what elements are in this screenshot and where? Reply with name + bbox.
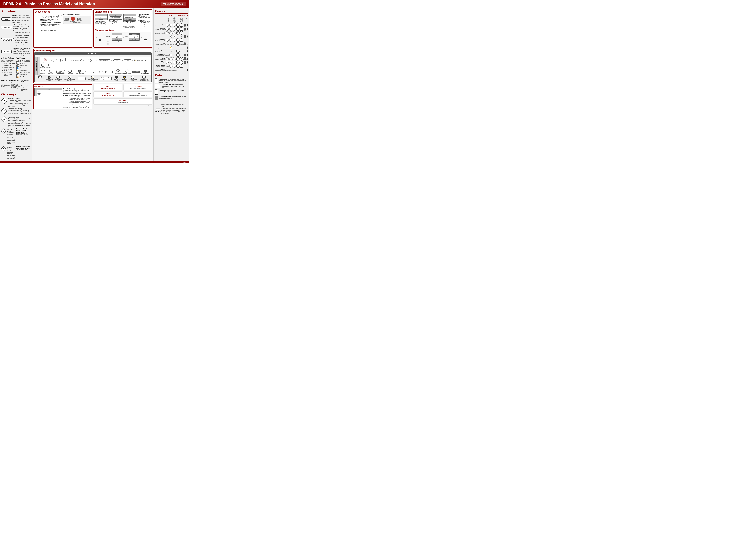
task-box: Task xyxy=(1,17,11,21)
link-intermediate-2: → Link Intermediate Event xyxy=(129,76,137,81)
sub-conversation-label: Sub-Conversation xyxy=(64,22,90,23)
condition-label: condition xyxy=(100,71,104,72)
subhead-throwing: Throwing xyxy=(183,17,187,23)
choreo-markers: ⦀ Multiple Participants Markerdenotes a … xyxy=(138,14,151,27)
logo-hpi: HPIHasso Plattner Institut xyxy=(94,84,122,90)
subhead-standard-end: Standard xyxy=(187,17,188,23)
looped-subprocess-diagram: LoopedSubprocess ↺ xyxy=(56,70,65,74)
pool-black-box-header: Pool (Black Box) xyxy=(35,53,151,55)
choreography-diagram-section: Choreography Diagram Initiating Message … xyxy=(94,29,151,46)
choreo-task-1: Participant A Choreography Task Particip… xyxy=(94,14,108,25)
event-row-escalation: EscalationEscalating to an higher level … xyxy=(155,35,188,38)
gateway-bottom-row: ○ Inclusive Gateway When splitting, one … xyxy=(1,128,31,160)
data-object-diagram: Data Object xyxy=(64,58,69,63)
logo-signavio: SIGNAVIOsimply professional xyxy=(94,98,152,105)
pool-black-box-1: Pool (Black Box) xyxy=(64,17,69,21)
call-desc: A Call Activity is a wrapper for a globa… xyxy=(13,47,31,56)
events-grid: Start Intermediate End Standard Event Su… xyxy=(155,14,188,72)
task-type-script: 📜Script Task xyxy=(16,76,31,78)
error-end: ⚡ Error End Event xyxy=(122,76,127,81)
task-types-desc: Types specify the nature of the action t… xyxy=(16,60,31,62)
data-title: Data xyxy=(155,73,188,77)
footer: © 2011 xyxy=(0,161,189,164)
conversations-title: Conversations xyxy=(35,11,91,13)
event-row-terminate: TerminateTriggering the immediate termin… xyxy=(155,68,188,72)
message-end-event-diagram: ✉ Message End Event xyxy=(141,69,150,74)
receive-task-diagram: ✉ Receive Task xyxy=(73,59,82,62)
swimlanes-panel: Swimlanes Pool Lane Task xyxy=(33,84,93,109)
marker-adhoc: ~Ad Hoc Marker xyxy=(1,71,16,73)
data-output-item: Output A Data Output is data result of t… xyxy=(155,96,188,102)
activity-call: Call Activity A Call Activity is a wrapp… xyxy=(1,47,31,56)
task-diagram-2: Task xyxy=(124,59,131,62)
data-store-icon xyxy=(155,108,160,111)
escalation-end: ▲ Escalation End Event xyxy=(45,76,53,81)
parallel-gateway-diagram: + Parallel Gateway xyxy=(123,69,131,74)
copyright-footer: © 2011 xyxy=(183,162,187,163)
choreo-diagram: Initiating Message (decorator) Participa… xyxy=(94,32,151,46)
logo-camunda: camundathe business process company xyxy=(123,84,152,90)
event-row-multiple: MultipleCatching one out of a set of eve… xyxy=(155,61,188,64)
conversations-content: A Conversation defines a set of logicall… xyxy=(35,14,91,32)
data-output-icon xyxy=(155,96,158,100)
event-subprocess-desc: An Event Sub-Process is placed into a Pr… xyxy=(14,32,31,47)
data-object-icon xyxy=(155,78,158,83)
message-flow-row: Message Flow △ xyxy=(35,55,151,58)
header-url[interactable]: http://bpmb.de/poster xyxy=(161,2,186,6)
activity-event-subprocess: Event Sub-Process An Event Sub-Process i… xyxy=(1,32,31,47)
lane-1: Lane ✉ Message Start Event → CollapsedSu… xyxy=(38,58,151,69)
lane-2: Lane Data Store → Start Event xyxy=(38,69,151,75)
activities-title: Activities xyxy=(1,10,31,14)
link-intermediate: → Link Intermediate Event xyxy=(54,76,62,81)
data-input-icon xyxy=(155,89,158,94)
sl-lane-2: Lane Task xyxy=(35,93,62,96)
event-subprocess-diagram: Event Subprocess xyxy=(78,77,86,80)
conv-item-2: A Call Conversation is a wrapper for a g… xyxy=(35,22,62,28)
gateway-exclusive: ✕ Exclusive Gateway When splitting, it r… xyxy=(1,98,31,107)
lane-1-content: ✉ Message Start Event → CollapsedSubproc… xyxy=(40,58,151,69)
marker-loop: ↺Loop Marker xyxy=(1,64,16,66)
conv-diagram-area: Pool (Black Box) Conversation Pool (Blac… xyxy=(63,16,91,24)
timer-intermediate: ⏱ Timer Intermediate Event xyxy=(36,75,44,82)
collection-diagram: ⦀ Collection xyxy=(46,64,51,68)
event-row-parallel-multiple: Parallel MultipleCatching all out of a s… xyxy=(155,64,188,68)
events-table: Start Intermediate End Standard Event Su… xyxy=(155,14,188,72)
message-decorator: ✉ Messagea decorator depicting the conte… xyxy=(138,20,151,27)
attached-intermediate-error: ⚡ Attached Intermediate Error Event xyxy=(87,76,99,81)
gateways-title: Gateways xyxy=(1,92,31,97)
marker-subprocess: ⊕Sub-Process Marker xyxy=(1,62,16,64)
exclusive-gateway-diagram: ✕ Exclusive Gateway xyxy=(114,69,122,74)
data-association-icon: → xyxy=(155,102,160,104)
marker-sequential-mi: ≡Sequential MI Marker xyxy=(1,68,16,71)
col-intermediate: Intermediate xyxy=(176,14,187,17)
events-title: Events xyxy=(155,10,188,13)
col-end: End xyxy=(187,14,188,17)
pool-lanes: Lane ✉ Message Start Event → CollapsedSu… xyxy=(38,58,151,75)
data-collection-item: A Collection Data Object represents a co… xyxy=(155,84,188,89)
data-object-item: A Data Object represents information flo… xyxy=(155,78,188,83)
choreo-diagram-title: Choreography Diagram xyxy=(94,29,151,31)
pool-black-box-2: Pool (Black Box) xyxy=(77,17,82,21)
event-row-cancel: CancelReacting to cancelled transactions… xyxy=(155,49,188,53)
conversations-panel: Conversations A Conversation defines a s… xyxy=(33,9,93,48)
parallel-multiple-intermediate: ⊕ Parallel Multiple Intermediate Event xyxy=(138,76,150,81)
intermediate-events-row: ⏱ Timer Intermediate Event ▲ Escalation … xyxy=(35,75,151,82)
order-desc: The order of message exchanges can be sp… xyxy=(63,105,92,108)
choreographies-title: Choreographies xyxy=(94,11,151,13)
task-type-receive: ✉Receive Task xyxy=(16,64,31,67)
collaboration-panel: Collaboration Diagram Pool (Black Box) M… xyxy=(33,49,152,83)
conv-item-3: A Conversation Link connects Conversatio… xyxy=(35,28,62,31)
multi-instance-task: Multi Instance Task (Parallel) ⦀ xyxy=(100,77,112,80)
data-input-item: Input A Data Input is an external input … xyxy=(155,89,188,95)
swimlanes-title: Swimlanes xyxy=(34,85,92,88)
main-layout: Activities Task A Task is a unit of work… xyxy=(0,8,189,161)
middle-panel: Conversations A Conversation defines a s… xyxy=(32,8,153,161)
task-type-user: 👤User Task xyxy=(16,67,31,69)
task-type-business-rule: 📋Business Rule Task xyxy=(16,71,31,74)
choreo-diagram-tasks: Participant A Participant A Choreography… xyxy=(106,33,140,45)
adhoc-subprocess-diagram: Ad-hoc Subprocess ~ xyxy=(98,59,110,62)
choreo-task-2: Participant A Sub-Choreography A Sub-Cho… xyxy=(109,14,123,25)
conv-diagram-title: Conversation Diagram xyxy=(63,14,91,15)
gateway-parallel-event: Parallel Event-based Gateway (instantiat… xyxy=(16,146,31,160)
event-row-conditional: ConditionalReacting to changed business … xyxy=(155,38,188,42)
